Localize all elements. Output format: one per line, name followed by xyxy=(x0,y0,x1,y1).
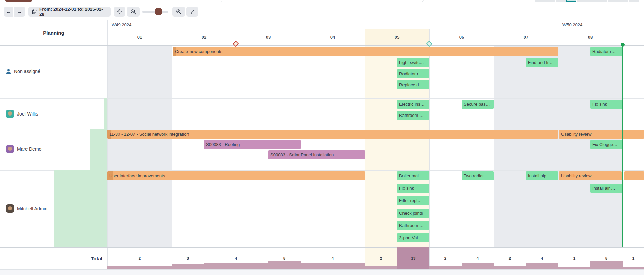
gantt-bar[interactable]: Replace d… xyxy=(397,80,429,89)
gantt-bar[interactable]: Fix Clogge… xyxy=(590,140,623,149)
day-header-cell: 03 xyxy=(236,29,301,45)
bar-label: Fix Clogge… xyxy=(592,142,618,147)
bar-label: User interface improvements xyxy=(109,173,165,178)
gantt-bar[interactable]: Check joints xyxy=(397,209,429,218)
view-switcher-button-active[interactable] xyxy=(566,0,576,2)
bar-label: Bathroom … xyxy=(399,223,424,228)
gantt-bar[interactable]: Bathroom … xyxy=(397,221,429,230)
gantt-bar[interactable]: Fix sink xyxy=(590,100,623,109)
week-group-label: W50 2024 xyxy=(558,20,644,29)
gantt-bar[interactable]: Two radiat… xyxy=(462,171,494,180)
total-cell: 4 xyxy=(204,247,268,269)
gantt-bar[interactable]: Fix sink xyxy=(397,184,429,193)
gantt-bar[interactable]: Light switc… xyxy=(397,58,429,67)
gantt-bar[interactable]: Secure bas… xyxy=(462,100,494,109)
gantt-bar[interactable]: 11-30 - 12-07 - Social network integrati… xyxy=(107,130,558,139)
bar-label: Radiator r… xyxy=(399,71,423,76)
view-switcher-button[interactable] xyxy=(535,0,545,2)
gantt-bar[interactable]: Electric ins… xyxy=(397,100,429,109)
gantt-bar[interactable]: Radiator r… xyxy=(590,47,623,56)
gantt-bar[interactable]: Find and fi… xyxy=(526,58,558,67)
view-switcher-button[interactable] xyxy=(587,0,597,2)
view-switcher-button[interactable] xyxy=(577,0,587,2)
row-name: Joel Willis xyxy=(17,111,38,117)
milestone-dot-icon xyxy=(621,43,625,47)
total-cell: 4 xyxy=(462,247,494,269)
bar-label: Boiler mai… xyxy=(399,173,423,178)
row-name: Non assigné xyxy=(14,68,40,74)
bar-label: Create new components xyxy=(175,49,222,54)
grid-vline xyxy=(301,29,301,269)
bar-label: Install air … xyxy=(592,186,615,191)
gantt-bar[interactable]: Usability review xyxy=(559,130,644,139)
view-switcher-button[interactable] xyxy=(608,0,618,2)
bar-label: 11-30 - 12-07 - Social network integrati… xyxy=(109,132,189,137)
grid-vline xyxy=(107,29,108,269)
gantt-bar[interactable]: Boiler mai… xyxy=(397,171,429,180)
bar-label: Electric ins… xyxy=(399,102,425,107)
bar-label: Filter repl… xyxy=(399,198,422,203)
bar-label: 3-port Val… xyxy=(399,235,422,240)
bar-label: Radiator r… xyxy=(592,49,616,54)
avatar xyxy=(6,145,14,153)
planning-gantt-view: ← → From: 2024-12-01 to: 2025-02-28 Plan… xyxy=(0,0,644,275)
gantt-bar[interactable]: Install pip… xyxy=(526,171,558,180)
capacity-strip xyxy=(90,129,107,170)
bar-label: Fix sink xyxy=(592,102,607,107)
gantt-bar[interactable] xyxy=(624,171,644,180)
row-label-marc-demo[interactable]: Marc Demo xyxy=(6,145,41,153)
bar-label: Usability review xyxy=(561,173,591,178)
bar-label: Secure bas… xyxy=(464,102,490,107)
grid-hline xyxy=(0,45,644,46)
total-cell: 2 xyxy=(494,247,526,269)
gantt-bar[interactable]: Filter repl… xyxy=(397,196,429,205)
view-switcher-button[interactable] xyxy=(618,0,628,2)
capacity-strip xyxy=(104,98,107,129)
person-icon xyxy=(6,68,11,74)
bar-label: Install pip… xyxy=(528,173,551,178)
gantt-bar[interactable]: Radiator r… xyxy=(397,69,429,78)
bar-label: Fix sink xyxy=(399,186,414,191)
gantt-bar[interactable]: Install air … xyxy=(590,184,623,193)
total-row-label: Total xyxy=(0,247,102,269)
day-header-cell: 01 xyxy=(107,29,172,45)
row-label-unassigned[interactable]: Non assigné xyxy=(6,67,40,76)
row-label-mitchell-admin[interactable]: Mitchell Admin xyxy=(6,204,47,213)
bar-label: Usability review xyxy=(561,132,591,137)
bar-label: Check joints xyxy=(399,211,423,216)
total-cell: 5 xyxy=(590,247,623,269)
avatar xyxy=(6,204,14,213)
grid-vline xyxy=(172,29,172,269)
gantt-bar[interactable]: S00083 - Roofing xyxy=(204,140,301,149)
grid-vline xyxy=(623,29,623,269)
grid-vline xyxy=(429,29,430,269)
gantt-bar[interactable]: 3-port Val… xyxy=(397,233,429,242)
view-switcher-button[interactable] xyxy=(556,0,566,2)
bar-label: Two radiat… xyxy=(464,173,488,178)
bar-label: S00083 - Roofing xyxy=(206,142,240,147)
gantt-bar[interactable]: S00083 - Solar Panel Installation xyxy=(268,150,365,159)
view-switcher-button[interactable] xyxy=(629,0,639,2)
bar-label: Bathroom … xyxy=(399,113,424,118)
bar-label: S00083 - Solar Panel Installation xyxy=(270,152,334,157)
weekend-column-bg xyxy=(107,45,172,247)
view-switcher-button[interactable] xyxy=(597,0,607,2)
row-name: Mitchell Admin xyxy=(17,206,47,211)
page-title: Planning xyxy=(0,20,107,45)
gantt-bar[interactable]: Bathroom … xyxy=(397,111,429,120)
avatar xyxy=(6,110,14,118)
capacity-strip xyxy=(54,170,107,247)
grid-vline xyxy=(558,29,558,269)
grid-vline xyxy=(365,29,365,269)
total-cell: 5 xyxy=(268,247,301,269)
day-header-cell: 07 xyxy=(494,29,558,45)
total-cell: 3 xyxy=(172,247,204,269)
bar-label: Find and fi… xyxy=(528,60,553,65)
gantt-bar[interactable]: Usability review xyxy=(559,171,622,180)
milestone-line-teal xyxy=(429,45,429,247)
total-cell: 1 xyxy=(558,247,590,269)
row-label-joel-willis[interactable]: Joel Willis xyxy=(6,109,38,118)
total-cell: 2 xyxy=(365,247,397,269)
view-switcher-button[interactable] xyxy=(545,0,555,2)
gantt-bar[interactable]: Create new components xyxy=(173,47,558,56)
